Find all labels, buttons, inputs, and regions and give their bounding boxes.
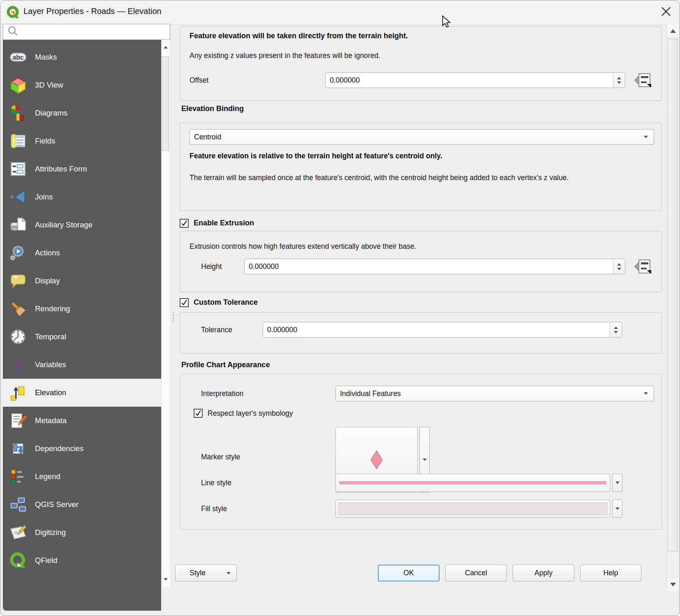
- offset-label: Offset: [190, 76, 208, 85]
- binding-summary: Feature elevation is relative to the ter…: [190, 152, 442, 160]
- attributes-form-icon: [9, 160, 27, 178]
- ok-button-label: OK: [403, 569, 414, 577]
- sidebar-item-temporal[interactable]: Temporal: [3, 323, 161, 351]
- cancel-button[interactable]: Cancel: [445, 565, 507, 581]
- joins-icon: [9, 188, 27, 206]
- height-data-defined-override-button[interactable]: [633, 257, 653, 276]
- sidebar-item-diagrams[interactable]: Diagrams: [3, 99, 161, 127]
- fields-icon: [9, 132, 27, 150]
- style-menu-button[interactable]: Style: [175, 565, 237, 581]
- search-input[interactable]: [19, 28, 170, 37]
- line-style-preview[interactable]: [335, 474, 610, 492]
- offset-data-defined-override-button[interactable]: [633, 71, 653, 89]
- ok-button[interactable]: OK: [378, 565, 439, 581]
- offset-spinner[interactable]: [613, 73, 625, 88]
- sidebar-item-3d-view[interactable]: 3D View: [3, 71, 161, 99]
- interpretation-label: Interpretation: [201, 389, 243, 398]
- close-button[interactable]: [656, 2, 676, 23]
- interpretation-combo[interactable]: Individual Features: [335, 386, 654, 401]
- line-style-dropdown-button[interactable]: [612, 474, 622, 492]
- title-bar: Layer Properties - Roads — Elevation: [0, 0, 680, 25]
- apply-button[interactable]: Apply: [513, 565, 574, 581]
- chevron-down-icon: [644, 392, 648, 395]
- sidebar-item-legend[interactable]: Legend: [3, 463, 161, 491]
- data-defined-override-icon: [634, 72, 652, 88]
- sidebar-item-label: Legend: [35, 472, 60, 481]
- fill-style-dropdown-button[interactable]: [612, 500, 622, 518]
- spin-up-icon: [617, 263, 621, 266]
- sidebar-item-variables[interactable]: ε Variables: [3, 351, 161, 379]
- height-spinner[interactable]: [613, 259, 625, 274]
- sidebar-nav: abc Masks 3D View: [3, 40, 161, 611]
- sidebar-item-masks[interactable]: abc Masks: [3, 43, 161, 71]
- tolerance-spinner[interactable]: [610, 322, 622, 337]
- svg-text:abc: abc: [12, 54, 23, 61]
- spin-down-icon: [617, 268, 621, 270]
- enable-extrusion-checkbox[interactable]: [180, 219, 189, 228]
- checkmark-icon: [194, 410, 202, 417]
- elevation-binding-combo[interactable]: Centroid: [190, 129, 654, 145]
- digitizing-icon: [9, 524, 27, 541]
- display-icon: [9, 272, 27, 289]
- interpretation-value: Individual Features: [340, 389, 401, 398]
- sidebar-scrollbar-thumb[interactable]: [162, 56, 169, 151]
- sidebar-item-qgis-server[interactable]: QGIS Server: [3, 491, 161, 519]
- line-symbol-swatch: [339, 481, 606, 484]
- rendering-icon: [9, 300, 27, 317]
- content-scroll-down-button[interactable]: [667, 577, 679, 591]
- custom-tolerance-checkbox[interactable]: [180, 298, 189, 307]
- sidebar-item-actions[interactable]: Actions: [3, 239, 161, 267]
- sidebar-item-auxiliary-storage[interactable]: Auxiliary Storage: [3, 211, 161, 239]
- tolerance-input[interactable]: [263, 322, 610, 337]
- metadata-icon: [9, 412, 27, 429]
- sidebar-item-joins[interactable]: Joins: [3, 183, 161, 211]
- extrusion-description: Extrusion controls how high features ext…: [190, 242, 416, 251]
- apply-button-label: Apply: [534, 569, 553, 577]
- sidebar-item-rendering[interactable]: Rendering: [3, 295, 161, 323]
- sidebar-item-label: Actions: [35, 248, 60, 257]
- chevron-down-icon: [615, 482, 620, 484]
- tolerance-label: Tolerance: [201, 326, 232, 334]
- elevation-binding-heading: Elevation Binding: [181, 104, 244, 113]
- binding-description: The terrain will be sampled once at the …: [190, 172, 631, 183]
- sidebar-item-attributes-form[interactable]: Attributes Form: [3, 155, 161, 183]
- offset-input[interactable]: [326, 73, 613, 88]
- sidebar-scrollbar: [161, 40, 170, 587]
- checkmark-icon: [180, 220, 188, 227]
- terrain-heading: Feature elevation will be taken directly…: [190, 32, 408, 40]
- close-icon: [660, 6, 672, 19]
- spin-down-icon: [614, 331, 618, 333]
- chevron-down-icon: [164, 578, 168, 581]
- sidebar-item-label: Variables: [35, 360, 66, 369]
- mouse-cursor: [441, 15, 452, 30]
- sidebar-item-elevation[interactable]: Elevation: [3, 379, 161, 407]
- chevron-down-icon: [644, 136, 648, 138]
- fill-style-preview[interactable]: [335, 500, 610, 518]
- content-scrollbar-thumb[interactable]: [668, 39, 678, 551]
- checkmark-icon: [180, 299, 188, 306]
- sidebar-scroll-up-button[interactable]: [162, 42, 170, 52]
- sidebar-item-label: Metadata: [35, 416, 67, 425]
- chevron-up-icon: [164, 46, 168, 49]
- sidebar-item-digitizing[interactable]: Digitizing: [3, 519, 161, 547]
- sidebar-item-metadata[interactable]: Metadata: [3, 407, 161, 435]
- sidebar-item-label: Auxiliary Storage: [35, 220, 93, 229]
- help-button[interactable]: Help: [580, 565, 641, 581]
- actions-icon: [9, 244, 27, 262]
- sidebar-item-fields[interactable]: Fields: [3, 127, 161, 155]
- sidebar-item-dependencies[interactable]: Dependencies: [3, 435, 161, 463]
- profile-heading: Profile Chart Appearance: [181, 361, 270, 369]
- cancel-button-label: Cancel: [465, 569, 487, 577]
- 3d-view-icon: [9, 76, 27, 94]
- qgis-server-icon: [9, 496, 27, 513]
- spin-up-icon: [617, 77, 621, 79]
- splitter-handle[interactable]: [173, 312, 174, 322]
- sidebar-item-display[interactable]: Display: [3, 267, 161, 295]
- qfield-icon: [9, 552, 27, 569]
- content-scroll-up-button[interactable]: [667, 24, 679, 38]
- sidebar-scroll-down-button[interactable]: [162, 574, 170, 584]
- sidebar-item-qfield[interactable]: QField: [3, 547, 161, 574]
- window-title: Layer Properties - Roads — Elevation: [23, 7, 162, 16]
- height-input[interactable]: [245, 259, 613, 274]
- respect-symbology-checkbox[interactable]: [194, 409, 203, 418]
